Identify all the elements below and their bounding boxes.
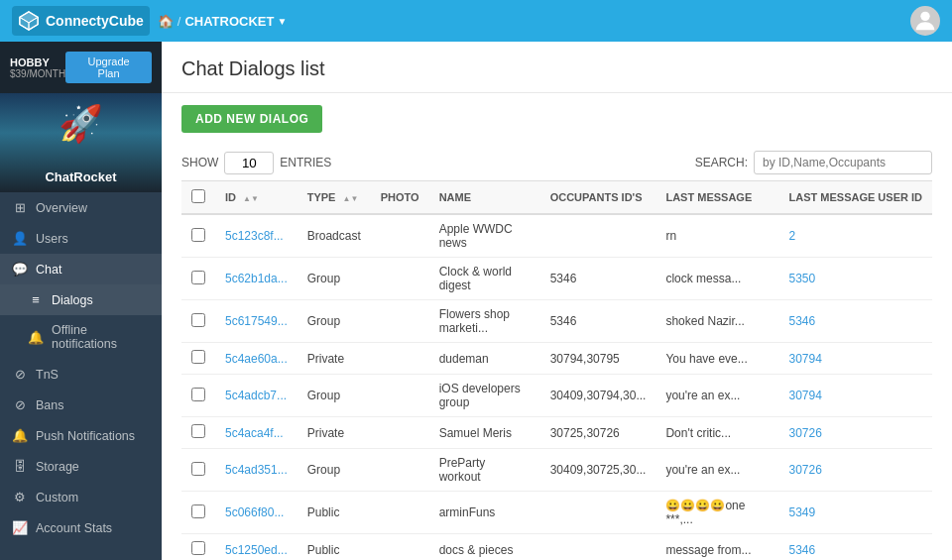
sidebar-item-account-stats[interactable]: 📈 Account Stats [0,512,162,543]
row-last-message: message from... [655,534,778,561]
row-id[interactable]: 5c4ae60a... [215,343,298,375]
row-checkbox[interactable] [181,258,215,300]
sidebar-item-bans[interactable]: ⊘ Bans [0,390,162,420]
sort-id-icon: ▲▼ [243,195,259,203]
dialogs-table: ID ▲▼ TYPE ▲▼ PHOTO NAME OCCUPANTS ID'S … [181,180,932,560]
upgrade-button[interactable]: Upgrade Plan [65,52,152,83]
row-checkbox[interactable] [181,343,215,375]
row-occupants [540,534,656,561]
row-last-message: rn [655,214,778,258]
plan-info: HOBBY $39/MONTH [10,56,65,79]
row-last-user-id[interactable]: 30794 [779,375,932,417]
sidebar-nav: ⊞ Overview 👤 Users 💬 Chat ≡ Dialogs 🔔 Of… [0,192,162,560]
sidebar-item-chat[interactable]: 💬 Chat [0,254,162,284]
row-last-user-id[interactable]: 5346 [779,534,932,561]
row-id[interactable]: 5c4ad351... [215,449,298,492]
table-row: 5c1250ed... Public docs & pieces message… [181,534,932,561]
entries-input[interactable] [224,152,274,174]
row-checkbox[interactable] [181,417,215,449]
custom-icon: ⚙ [12,490,28,504]
row-id[interactable]: 5c617549... [215,300,298,343]
logo[interactable]: ConnectyCube [12,6,150,36]
row-occupants: 30409,30725,30... [540,449,656,492]
row-occupants: 30409,30794,30... [540,375,656,417]
row-last-message: shoked Nazir... [655,300,778,343]
row-type: Private [298,343,371,375]
row-checkbox[interactable] [181,375,215,417]
row-checkbox[interactable] [181,534,215,561]
row-last-user-id[interactable]: 30726 [779,417,932,449]
sidebar-item-offline-notifications[interactable]: 🔔 Offline notifications [0,315,162,359]
table-body: 5c123c8f... Broadcast Apple WWDC news rn… [181,214,932,560]
bans-icon: ⊘ [12,397,28,412]
row-last-user-id[interactable]: 30726 [779,449,932,492]
table-row: 5c123c8f... Broadcast Apple WWDC news rn… [181,214,932,258]
col-checkbox [181,181,215,215]
dialogs-icon: ≡ [28,292,44,307]
row-type: Private [298,417,371,449]
overview-label: Overview [36,201,87,215]
row-occupants [540,492,656,534]
user-avatar[interactable] [910,6,940,36]
col-id[interactable]: ID ▲▼ [215,181,298,215]
tns-label: TnS [36,368,59,382]
dialogs-label: Dialogs [52,293,93,307]
project-name: ChatRocket [45,169,116,184]
row-last-user-id[interactable]: 5346 [779,300,932,343]
row-id[interactable]: 5c123c8f... [215,214,298,258]
row-photo [371,449,429,492]
content-area: Chat Dialogs list ADD NEW DIALOG SHOW EN… [162,42,952,560]
row-id[interactable]: 5c066f80... [215,492,298,534]
row-name: PreParty workout [429,449,540,492]
row-type: Group [298,375,371,417]
sidebar-item-dialogs[interactable]: ≡ Dialogs [0,284,162,315]
select-all-checkbox[interactable] [191,189,205,203]
row-id[interactable]: 5c4adcb7... [215,375,298,417]
app-name: ConnectyCube [46,13,144,29]
search-bar: SEARCH: [695,151,932,174]
row-type: Public [298,492,371,534]
sidebar-item-users[interactable]: 👤 Users [0,223,162,254]
account-stats-label: Account Stats [36,521,112,535]
row-last-message: clock messa... [655,258,778,300]
search-input[interactable] [754,151,932,174]
row-type: Group [298,300,371,343]
row-checkbox[interactable] [181,492,215,534]
row-id[interactable]: 5c1250ed... [215,534,298,561]
plan-name: HOBBY [10,56,65,68]
home-icon[interactable]: 🏠 [158,14,174,29]
row-last-message: you're an ex... [655,375,778,417]
sidebar-item-push-notifications[interactable]: 🔔 Push Notifications [0,420,162,451]
row-name: dudeman [429,343,540,375]
row-id[interactable]: 5c62b1da... [215,258,298,300]
sidebar-item-tns[interactable]: ⊘ TnS [0,359,162,390]
project-breadcrumb[interactable]: CHATROCKET ▼ [184,14,287,29]
row-photo [371,375,429,417]
nav-left: ConnectyCube 🏠 / CHATROCKET ▼ [12,6,287,36]
row-checkbox[interactable] [181,300,215,343]
row-last-user-id[interactable]: 30794 [779,343,932,375]
offline-notif-label: Offline notifications [52,323,150,351]
row-last-user-id[interactable]: 2 [779,214,932,258]
add-new-dialog-button[interactable]: ADD NEW DIALOG [181,105,322,133]
row-checkbox[interactable] [181,214,215,258]
sidebar-item-custom[interactable]: ⚙ Custom [0,482,162,512]
row-occupants: 30725,30726 [540,417,656,449]
tns-icon: ⊘ [12,367,28,382]
row-last-message: You have eve... [655,343,778,375]
sidebar-item-overview[interactable]: ⊞ Overview [0,192,162,223]
row-last-user-id[interactable]: 5350 [779,258,932,300]
sidebar-item-storage[interactable]: 🗄 Storage [0,451,162,482]
row-checkbox[interactable] [181,449,215,492]
show-entries-control: SHOW ENTRIES [181,152,331,174]
row-type: Group [298,258,371,300]
row-occupants: 5346 [540,300,656,343]
table-row: 5c4adcb7... Group iOS developers group 3… [181,375,932,417]
row-name: Clock & world digest [429,258,540,300]
show-label: SHOW [181,156,218,169]
col-type[interactable]: TYPE ▲▼ [298,181,371,215]
row-last-user-id[interactable]: 5349 [779,492,932,534]
row-id[interactable]: 5c4aca4f... [215,417,298,449]
sort-type-icon: ▲▼ [343,195,359,203]
table-row: 5c4aca4f... Private Samuel Meris 30725,3… [181,417,932,449]
